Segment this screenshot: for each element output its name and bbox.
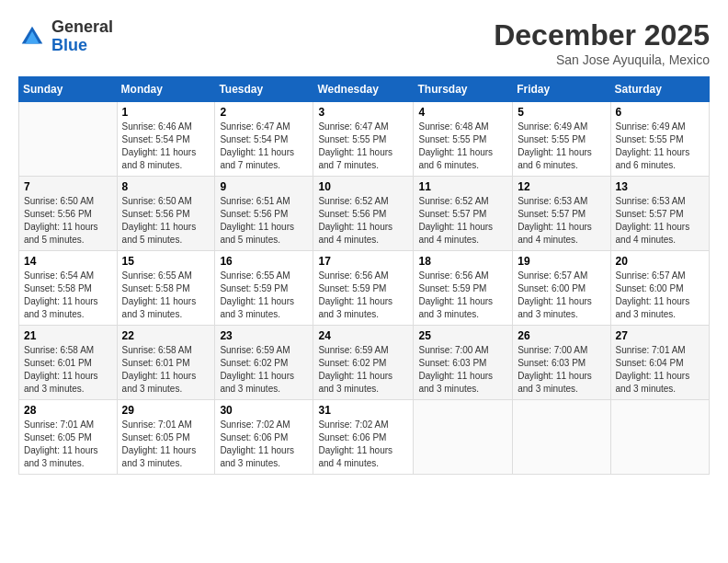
calendar-cell: 12 Sunrise: 6:53 AMSunset: 5:57 PMDaylig…: [513, 177, 610, 251]
day-info: Sunrise: 7:01 AMSunset: 6:05 PMDaylight:…: [24, 419, 112, 470]
calendar-cell: 5 Sunrise: 6:49 AMSunset: 5:55 PMDayligh…: [513, 102, 610, 177]
day-info: Sunrise: 6:59 AMSunset: 6:02 PMDaylight:…: [318, 344, 408, 396]
day-number: 24: [318, 329, 408, 342]
calendar-cell: 19 Sunrise: 6:57 AMSunset: 6:00 PMDaylig…: [513, 251, 610, 326]
calendar-cell: 11 Sunrise: 6:52 AMSunset: 5:57 PMDaylig…: [414, 177, 513, 251]
month-title: December 2025: [494, 18, 710, 52]
day-number: 13: [616, 180, 704, 193]
day-info: Sunrise: 6:59 AMSunset: 6:02 PMDaylight:…: [220, 344, 308, 396]
calendar-cell: 9 Sunrise: 6:51 AMSunset: 5:56 PMDayligh…: [215, 177, 313, 251]
day-info: Sunrise: 6:51 AMSunset: 5:56 PMDaylight:…: [220, 195, 308, 247]
calendar-cell: 27 Sunrise: 7:01 AMSunset: 6:04 PMDaylig…: [610, 326, 709, 400]
calendar-cell: 22 Sunrise: 6:58 AMSunset: 6:01 PMDaylig…: [117, 326, 215, 400]
day-info: Sunrise: 6:57 AMSunset: 6:00 PMDaylight:…: [616, 270, 704, 321]
day-info: Sunrise: 7:02 AMSunset: 6:06 PMDaylight:…: [220, 419, 308, 470]
calendar-cell: 1 Sunrise: 6:46 AMSunset: 5:54 PMDayligh…: [117, 102, 215, 177]
day-number: 23: [220, 329, 308, 342]
day-number: 7: [24, 180, 112, 193]
calendar-cell: 13 Sunrise: 6:53 AMSunset: 5:57 PMDaylig…: [610, 177, 709, 251]
calendar-cell: 30 Sunrise: 7:02 AMSunset: 6:06 PMDaylig…: [215, 400, 313, 475]
day-number: 9: [220, 180, 308, 193]
calendar-cell: 24 Sunrise: 6:59 AMSunset: 6:02 PMDaylig…: [313, 326, 414, 400]
day-info: Sunrise: 6:56 AMSunset: 5:59 PMDaylight:…: [318, 270, 408, 321]
day-info: Sunrise: 6:47 AMSunset: 5:54 PMDaylight:…: [220, 121, 308, 172]
calendar-cell: 26 Sunrise: 7:00 AMSunset: 6:03 PMDaylig…: [513, 326, 610, 400]
day-info: Sunrise: 6:49 AMSunset: 5:55 PMDaylight:…: [518, 121, 605, 172]
calendar-cell: 10 Sunrise: 6:52 AMSunset: 5:56 PMDaylig…: [313, 177, 414, 251]
day-number: 14: [24, 255, 112, 268]
day-info: Sunrise: 6:46 AMSunset: 5:54 PMDaylight:…: [122, 121, 210, 172]
day-info: Sunrise: 6:49 AMSunset: 5:55 PMDaylight:…: [616, 121, 704, 172]
calendar-cell: 6 Sunrise: 6:49 AMSunset: 5:55 PMDayligh…: [610, 102, 709, 177]
calendar-cell: 23 Sunrise: 6:59 AMSunset: 6:02 PMDaylig…: [215, 326, 313, 400]
calendar-cell: 31 Sunrise: 7:02 AMSunset: 6:06 PMDaylig…: [313, 400, 414, 475]
day-info: Sunrise: 6:58 AMSunset: 6:01 PMDaylight:…: [24, 344, 112, 396]
day-number: 31: [318, 404, 408, 417]
day-info: Sunrise: 6:57 AMSunset: 6:00 PMDaylight:…: [518, 270, 605, 321]
page-header: General Blue December 2025 San Jose Ayuq…: [18, 18, 710, 67]
day-number: 22: [122, 329, 210, 342]
weekday-header: Thursday: [414, 77, 513, 102]
weekday-header: Monday: [117, 77, 215, 102]
day-info: Sunrise: 6:58 AMSunset: 6:01 PMDaylight:…: [122, 344, 210, 396]
day-number: 21: [24, 329, 112, 342]
day-info: Sunrise: 7:01 AMSunset: 6:05 PMDaylight:…: [122, 419, 210, 470]
day-info: Sunrise: 6:55 AMSunset: 5:58 PMDaylight:…: [122, 270, 210, 321]
day-info: Sunrise: 7:00 AMSunset: 6:03 PMDaylight:…: [518, 344, 605, 396]
calendar-week-row: 21 Sunrise: 6:58 AMSunset: 6:01 PMDaylig…: [19, 326, 710, 400]
day-number: 18: [418, 255, 507, 268]
day-info: Sunrise: 6:55 AMSunset: 5:59 PMDaylight:…: [220, 270, 308, 321]
calendar-cell: 18 Sunrise: 6:56 AMSunset: 5:59 PMDaylig…: [414, 251, 513, 326]
calendar-cell: 2 Sunrise: 6:47 AMSunset: 5:54 PMDayligh…: [215, 102, 313, 177]
day-number: 2: [220, 106, 308, 119]
calendar-cell: 3 Sunrise: 6:47 AMSunset: 5:55 PMDayligh…: [313, 102, 414, 177]
weekday-header: Friday: [513, 77, 610, 102]
day-number: 10: [318, 180, 408, 193]
calendar-week-row: 7 Sunrise: 6:50 AMSunset: 5:56 PMDayligh…: [19, 177, 710, 251]
calendar-cell: 14 Sunrise: 6:54 AMSunset: 5:58 PMDaylig…: [19, 251, 118, 326]
calendar-cell: 29 Sunrise: 7:01 AMSunset: 6:05 PMDaylig…: [117, 400, 215, 475]
calendar-cell: 28 Sunrise: 7:01 AMSunset: 6:05 PMDaylig…: [19, 400, 118, 475]
day-number: 30: [220, 404, 308, 417]
day-number: 6: [616, 106, 704, 119]
calendar-cell: 25 Sunrise: 7:00 AMSunset: 6:03 PMDaylig…: [414, 326, 513, 400]
day-info: Sunrise: 6:50 AMSunset: 5:56 PMDaylight:…: [24, 195, 112, 247]
calendar-cell: 15 Sunrise: 6:55 AMSunset: 5:58 PMDaylig…: [117, 251, 215, 326]
calendar-cell: 20 Sunrise: 6:57 AMSunset: 6:00 PMDaylig…: [610, 251, 709, 326]
day-number: 25: [418, 329, 507, 342]
day-number: 8: [122, 180, 210, 193]
title-section: December 2025 San Jose Ayuquila, Mexico: [494, 18, 710, 67]
location: San Jose Ayuquila, Mexico: [494, 52, 710, 67]
calendar-week-row: 1 Sunrise: 6:46 AMSunset: 5:54 PMDayligh…: [19, 102, 710, 177]
day-number: 28: [24, 404, 112, 417]
day-info: Sunrise: 6:52 AMSunset: 5:57 PMDaylight:…: [418, 195, 507, 247]
day-number: 26: [518, 329, 605, 342]
day-info: Sunrise: 6:48 AMSunset: 5:55 PMDaylight:…: [418, 121, 507, 172]
logo-icon: [18, 23, 46, 51]
day-number: 11: [418, 180, 507, 193]
calendar-week-row: 28 Sunrise: 7:01 AMSunset: 6:05 PMDaylig…: [19, 400, 710, 475]
day-number: 12: [518, 180, 605, 193]
day-number: 1: [122, 106, 210, 119]
day-number: 5: [518, 106, 605, 119]
day-number: 4: [418, 106, 507, 119]
day-info: Sunrise: 7:02 AMSunset: 6:06 PMDaylight:…: [318, 419, 408, 470]
day-info: Sunrise: 6:53 AMSunset: 5:57 PMDaylight:…: [518, 195, 605, 247]
day-number: 17: [318, 255, 408, 268]
day-info: Sunrise: 6:52 AMSunset: 5:56 PMDaylight:…: [318, 195, 408, 247]
calendar-week-row: 14 Sunrise: 6:54 AMSunset: 5:58 PMDaylig…: [19, 251, 710, 326]
calendar-cell: [414, 400, 513, 475]
calendar-cell: 4 Sunrise: 6:48 AMSunset: 5:55 PMDayligh…: [414, 102, 513, 177]
day-number: 3: [318, 106, 408, 119]
day-info: Sunrise: 6:56 AMSunset: 5:59 PMDaylight:…: [418, 270, 507, 321]
logo: General Blue: [18, 18, 113, 55]
calendar-cell: [610, 400, 709, 475]
calendar-cell: 21 Sunrise: 6:58 AMSunset: 6:01 PMDaylig…: [19, 326, 118, 400]
day-info: Sunrise: 6:53 AMSunset: 5:57 PMDaylight:…: [616, 195, 704, 247]
logo-text: General Blue: [51, 18, 113, 55]
day-info: Sunrise: 7:01 AMSunset: 6:04 PMDaylight:…: [616, 344, 704, 396]
day-number: 19: [518, 255, 605, 268]
calendar-cell: [19, 102, 118, 177]
day-info: Sunrise: 6:47 AMSunset: 5:55 PMDaylight:…: [318, 121, 408, 172]
day-number: 27: [616, 329, 704, 342]
